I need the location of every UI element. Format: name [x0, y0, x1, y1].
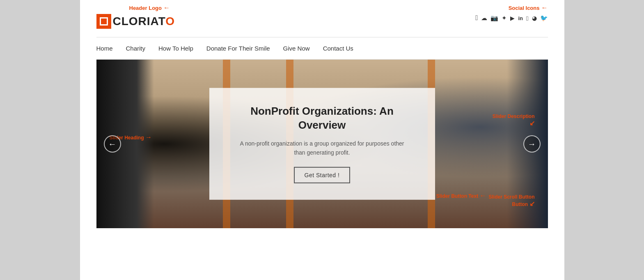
slider-content-box: NonProfit Organizations: An Overview A n… — [209, 88, 435, 200]
nav-item-donate[interactable]: Donate For Their Smile — [206, 45, 270, 52]
social-icons-annotation: Social Icons ← — [509, 4, 548, 12]
social-icon-twitter[interactable]: 🐦 — [540, 14, 548, 22]
logo-text: CLORIATO — [113, 15, 175, 28]
social-icon-linkedin[interactable]: in — [518, 15, 523, 21]
slider-prev-button[interactable]: ← — [104, 135, 121, 153]
social-icon-cloud[interactable]: ☁ — [481, 14, 487, 22]
nav-item-contact[interactable]: Contact Us — [323, 45, 353, 52]
nav-item-home[interactable]: Home — [96, 45, 113, 52]
hero-slider: NonProfit Organizations: An Overview A n… — [96, 60, 548, 228]
logo-icon-box — [96, 14, 111, 29]
slider-scroll-annotation: Slider Scroll Button Button ↙ — [488, 194, 534, 208]
social-icon-twitch[interactable]: ▶ — [510, 15, 515, 21]
social-icon-instagram[interactable]: 📷 — [490, 14, 498, 22]
social-icons-bar:  ☁ 📷 ✦ ▶ in 𝏡 ◕ 🐦 — [475, 14, 548, 22]
slider-description: A non-profit organization is a group org… — [234, 139, 410, 157]
nav-item-charity[interactable]: Charity — [126, 45, 146, 52]
main-nav: Home Charity How To Help Donate For Thei… — [80, 37, 564, 59]
logo-icon-inner — [100, 17, 108, 25]
slider-button-annotation: Slider Button Text ← — [436, 192, 486, 199]
slider-cta-button[interactable]: Get Started ! — [294, 167, 351, 183]
header-logo-annotation: Header Logo ← — [129, 4, 170, 12]
site-logo[interactable]: CLORIATO — [96, 14, 175, 29]
slider-next-button[interactable]: → — [523, 135, 541, 153]
social-icon-pinterest[interactable]: 𝏡 — [526, 15, 528, 22]
social-icon-facebook[interactable]:  — [475, 14, 478, 22]
slider-heading: NonProfit Organizations: An Overview — [234, 104, 410, 132]
social-icon-rss[interactable]: ◕ — [532, 15, 537, 21]
nav-item-give-now[interactable]: Give Now — [283, 45, 310, 52]
annotation-arrow-left: ← — [541, 4, 548, 12]
nav-item-how-to-help[interactable]: How To Help — [158, 45, 193, 52]
slider-description-annotation: Slider Description ↙ — [493, 113, 535, 127]
annotation-arrow: ← — [163, 4, 170, 12]
social-icon-dribbble[interactable]: ✦ — [502, 14, 507, 22]
